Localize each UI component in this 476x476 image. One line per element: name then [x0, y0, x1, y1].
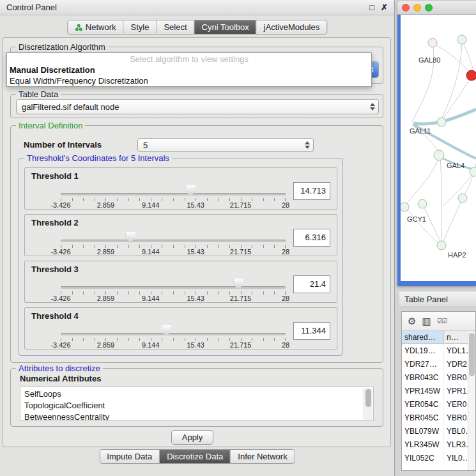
list-item[interactable]: BetweennessCentrality [24, 411, 363, 421]
float-window-icon[interactable]: □ [369, 3, 374, 12]
tab-infer-network[interactable]: Infer Network [231, 450, 294, 463]
table-row[interactable]: YDL19… YDL1… [402, 344, 475, 357]
table-row[interactable]: YBR045C YBR0… [402, 411, 475, 424]
table-row[interactable]: YDR27… YDR2… [402, 357, 475, 371]
cell-shared-name: YPR145W [402, 384, 444, 397]
apply-button[interactable]: Apply [171, 430, 213, 445]
combo-stepper-icon [302, 139, 313, 151]
scale-label: 28 [282, 295, 289, 302]
tab-jactivemodules[interactable]: jActiveModules [257, 20, 326, 34]
num-intervals-select[interactable]: 5 [137, 138, 314, 152]
slider-track[interactable] [61, 286, 286, 289]
scale-label: 2.859 [97, 201, 115, 209]
slider-scale: -3.4262.8599.14415.4321.71528 [61, 248, 286, 256]
close-icon[interactable]: ✗ [381, 3, 388, 12]
numerical-attributes-list[interactable]: SelfLoopsTopologicalCoefficientBetweenne… [20, 387, 374, 421]
threshold-4-value-field[interactable]: 11.344 [293, 322, 330, 340]
scale-label: 2.859 [97, 341, 115, 349]
threshold-1-value-field[interactable]: 14.713 [293, 182, 330, 200]
select-rows-icon[interactable]: ☑☑ [437, 318, 447, 325]
combo-stepper-icon [367, 100, 378, 114]
threshold-2-slider[interactable]: -3.4262.8599.14415.4321.71528 [61, 215, 286, 257]
table-row[interactable]: YPR145W YPR1… [402, 384, 475, 397]
close-traffic-light-icon[interactable] [402, 4, 410, 12]
dropdown-option-equal-width-frequency[interactable]: Equal Width/Frequency Discretization [7, 75, 371, 86]
threshold-1-slider[interactable]: -3.4262.8599.14415.4321.71528 [61, 168, 286, 210]
algorithm-dropdown-popup: Select algorithm to view settings Manual… [6, 52, 372, 87]
network-node-selected[interactable] [466, 70, 476, 81]
network-node[interactable] [437, 241, 446, 250]
network-node[interactable] [401, 203, 409, 211]
network-canvas[interactable]: GAL80 GAL11 GAL4 GCY1 HAP2 [401, 15, 476, 281]
network-node[interactable] [458, 194, 467, 203]
scale-label: 28 [282, 248, 289, 256]
scale-label: 28 [282, 341, 289, 349]
table-row[interactable]: YER054C YER0… [402, 397, 475, 411]
scale-label: 9.144 [142, 341, 160, 349]
scale-label: 2.859 [97, 248, 115, 256]
threshold-3-value-field[interactable]: 21.4 [293, 275, 330, 293]
cyni-toolbox-panel: Discretization Algorithm Select algorith… [3, 37, 391, 447]
tab-select[interactable]: Select [157, 20, 194, 34]
table-row[interactable]: YBR043C YBR0… [402, 371, 475, 384]
minimize-traffic-light-icon[interactable] [413, 4, 421, 12]
numerical-attributes-label: Numerical Attributes [20, 374, 101, 383]
scrollbar-thumb[interactable] [365, 389, 371, 407]
slider-track[interactable] [61, 333, 286, 335]
table-row[interactable]: YBL079W YBL0… [402, 424, 475, 438]
cell-shared-name: YDL19… [402, 344, 444, 357]
slider-track[interactable] [61, 240, 286, 242]
network-node[interactable] [470, 167, 476, 176]
list-item[interactable]: SelfLoops [24, 388, 363, 400]
table-row[interactable]: YIL052C YIL0… [402, 451, 475, 464]
attributes-group: Attributes to discretize Numerical Attri… [10, 368, 383, 427]
network-node[interactable] [457, 35, 466, 44]
scrollbar-thumb[interactable] [469, 333, 475, 376]
network-icon [75, 24, 82, 31]
threshold-3-slider[interactable]: -3.4262.8599.14415.4321.71528 [61, 261, 286, 303]
scale-label: 15.43 [187, 295, 204, 302]
threshold-4-slider[interactable]: -3.4262.8599.14415.4321.71528 [61, 308, 286, 350]
network-node[interactable] [418, 199, 427, 208]
num-intervals-value: 5 [143, 141, 148, 150]
network-node[interactable] [428, 38, 437, 47]
network-node[interactable] [437, 118, 446, 127]
tab-impute-data[interactable]: Impute Data [100, 450, 160, 463]
tab-cyni-toolbox[interactable]: Cyni Toolbox [195, 20, 257, 34]
table-row[interactable]: YLR345W YLR3… [402, 438, 475, 451]
network-node[interactable] [434, 150, 444, 160]
cell-shared-name: YDR27… [402, 357, 444, 371]
settings-gear-icon[interactable]: ⚙ [408, 316, 416, 326]
column-header-shared-name[interactable]: shared… [402, 331, 444, 343]
scrollbar[interactable] [364, 388, 372, 420]
control-panel-window: Control Panel □ ✗ Network Style Select C… [0, 0, 395, 476]
network-view-window: GAL80 GAL11 GAL4 GCY1 HAP2 [397, 1, 476, 286]
scale-label: -3.426 [50, 201, 70, 209]
node-label: GAL4 [447, 162, 464, 169]
tab-label: Style [131, 22, 150, 32]
slider-scale: -3.4262.8599.14415.4321.71528 [61, 295, 286, 303]
slider-track[interactable] [61, 193, 286, 196]
scale-label: -3.426 [50, 341, 70, 349]
table-panel-header: Table Panel [399, 291, 476, 307]
zoom-traffic-light-icon[interactable] [425, 4, 433, 12]
panel-title: Control Panel [6, 3, 57, 12]
table-header-row: shared… n… [402, 331, 475, 344]
tab-network[interactable]: Network [68, 20, 124, 34]
tab-style[interactable]: Style [124, 20, 157, 34]
columns-icon[interactable]: ▥ [422, 316, 431, 326]
table-panel-window: ⚙ ▥ ☑☑ shared… n… YDL19… YDL1… YDR27… YD… [401, 311, 476, 471]
table-scrollbar[interactable] [468, 332, 475, 470]
threshold-2-value-field[interactable]: 6.316 [293, 229, 330, 247]
scale-label: 21.715 [230, 295, 252, 302]
threshold-3-panel: Threshold 3 -3.4262.8599.14415.4321.7152… [24, 261, 337, 303]
control-panel-titlebar: Control Panel □ ✗ [0, 0, 394, 15]
table-data-select[interactable]: galFiltered.sif default node [16, 99, 379, 114]
cell-shared-name: YBR043C [402, 371, 444, 384]
network-graph[interactable]: GAL80 GAL11 GAL4 GCY1 HAP2 [401, 15, 476, 281]
dropdown-option-manual-discretization[interactable]: Manual Discretization [7, 65, 371, 75]
group-title: Discretization Algorithm [16, 42, 108, 52]
scale-label: 15.43 [187, 201, 204, 209]
list-item[interactable]: TopologicalCoefficient [24, 400, 363, 411]
tab-discretize-data[interactable]: Discretize Data [160, 450, 231, 463]
